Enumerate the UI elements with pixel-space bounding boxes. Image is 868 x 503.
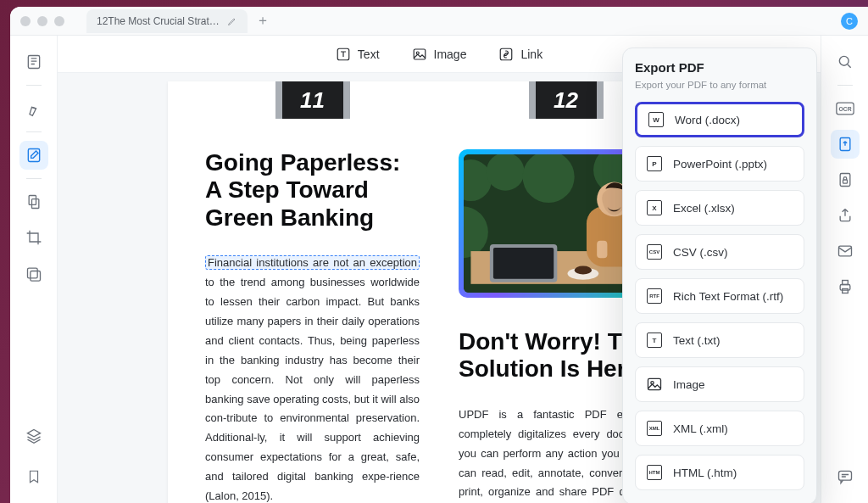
export-option-label: HTML (.htm)	[673, 467, 737, 479]
mail-icon	[837, 243, 854, 260]
body-paragraph[interactable]: Financial institutions are not an except…	[205, 254, 420, 503]
page-column-left: 11 Going Paperless: A Step Toward Green …	[205, 81, 420, 503]
export-option-html[interactable]: HTM HTML (.htm)	[635, 455, 804, 490]
reader-tool[interactable]	[19, 48, 48, 76]
search-button[interactable]	[831, 48, 860, 76]
export-option-powerpoint[interactable]: P PowerPoint (.pptx)	[635, 146, 804, 182]
traffic-lights	[20, 16, 64, 26]
svg-rect-2	[29, 196, 36, 205]
export-option-image[interactable]: Image	[635, 366, 804, 402]
user-avatar[interactable]: C	[841, 13, 858, 30]
add-text-tool[interactable]: Text	[336, 47, 380, 62]
share-button[interactable]	[831, 201, 860, 230]
export-option-word[interactable]: W Word (.docx)	[635, 102, 804, 137]
export-option-xml[interactable]: XML XML (.xml)	[635, 411, 804, 446]
ocr-icon: OCR	[836, 101, 854, 116]
left-tool-rail	[10, 36, 58, 503]
left-rail-bottom	[19, 422, 48, 491]
highlight-tool[interactable]	[19, 94, 48, 123]
edit-tool[interactable]	[19, 141, 48, 170]
new-tab-button[interactable]: ＋	[256, 12, 270, 30]
rail-separator	[26, 178, 42, 179]
csv-icon: CSV	[646, 243, 663, 260]
rail-separator	[837, 85, 853, 86]
lock-document-icon	[837, 171, 854, 188]
image-file-icon	[646, 376, 663, 393]
protect-button[interactable]	[831, 165, 860, 194]
add-link-tool[interactable]: Link	[498, 47, 542, 62]
minimize-window-button[interactable]	[37, 16, 47, 26]
organize-tool[interactable]	[19, 187, 48, 216]
svg-rect-32	[838, 246, 851, 256]
compare-tool[interactable]	[19, 259, 48, 288]
export-option-label: Word (.docx)	[675, 114, 740, 126]
titlebar: 12The Most Crucial Strateg ＋ C	[10, 7, 868, 36]
right-rail-bottom	[831, 462, 860, 491]
maximize-window-button[interactable]	[54, 16, 64, 26]
word-icon: W	[648, 111, 665, 128]
section-heading[interactable]: Going Paperless: A Step Toward Green Ban…	[205, 149, 420, 232]
app-window: 12The Most Crucial Strateg ＋ C	[10, 7, 868, 503]
export-icon	[837, 136, 854, 153]
ocr-button[interactable]: OCR	[831, 94, 860, 123]
export-option-label: CSV (.csv)	[673, 246, 728, 259]
svg-rect-34	[842, 281, 848, 285]
share-icon	[837, 207, 854, 224]
rtf-icon: RTF	[646, 288, 663, 305]
export-panel-subtitle: Export your PDF to any format	[635, 80, 804, 90]
powerpoint-icon: P	[646, 155, 663, 172]
right-tool-rail: OCR	[821, 36, 868, 503]
html-icon: HTM	[646, 464, 663, 481]
email-button[interactable]	[831, 237, 860, 265]
export-option-label: XML (.xml)	[673, 422, 728, 435]
xml-icon: XML	[646, 420, 663, 437]
print-button[interactable]	[831, 272, 860, 301]
export-option-csv[interactable]: CSV CSV (.csv)	[635, 234, 804, 270]
comment-icon	[837, 468, 854, 485]
text-label: Text	[358, 48, 380, 61]
svg-rect-4	[27, 268, 37, 278]
export-option-label: PowerPoint (.pptx)	[673, 158, 767, 170]
section-number: 12	[554, 87, 578, 114]
export-panel-title: Export PDF	[635, 60, 804, 75]
svg-text:OCR: OCR	[838, 106, 851, 112]
svg-rect-9	[501, 48, 513, 60]
svg-rect-31	[843, 180, 847, 183]
image-label: Image	[434, 48, 467, 61]
svg-point-22	[575, 265, 592, 274]
print-icon	[837, 278, 854, 295]
svg-rect-3	[31, 199, 38, 209]
svg-rect-35	[842, 289, 848, 293]
image-icon	[412, 47, 427, 62]
svg-rect-5	[30, 271, 40, 282]
text-file-icon: T	[646, 332, 663, 349]
export-button[interactable]	[831, 130, 860, 159]
document-tab[interactable]: 12The Most Crucial Strateg	[86, 9, 248, 33]
search-icon	[837, 53, 854, 70]
export-option-label: Rich Text Format (.rtf)	[673, 290, 783, 303]
export-option-label: Text (.txt)	[673, 334, 721, 347]
export-option-excel[interactable]: X Excel (.xlsx)	[635, 190, 804, 226]
add-image-tool[interactable]: Image	[412, 47, 467, 62]
export-option-text[interactable]: T Text (.txt)	[635, 322, 804, 358]
layers-button[interactable]	[19, 422, 48, 450]
highlighted-text[interactable]: Financial institutions are not an except…	[205, 255, 420, 270]
comment-panel-button[interactable]	[831, 462, 860, 491]
crop-tool[interactable]	[19, 223, 48, 252]
bookmark-button[interactable]	[19, 462, 48, 491]
pencil-icon	[227, 16, 237, 26]
export-option-label: Image	[673, 378, 705, 391]
export-option-label: Excel (.xlsx)	[673, 202, 735, 215]
close-window-button[interactable]	[20, 16, 31, 26]
section-number: 11	[300, 87, 325, 114]
svg-rect-1	[28, 149, 39, 162]
paragraph-text: to the trend among businesses worldwide …	[205, 276, 420, 502]
export-option-rtf[interactable]: RTF Rich Text Format (.rtf)	[635, 278, 804, 314]
avatar-initial: C	[846, 16, 853, 26]
svg-rect-0	[28, 56, 39, 69]
link-icon	[498, 47, 514, 62]
rail-separator	[26, 131, 42, 132]
link-label: Link	[520, 48, 542, 61]
svg-rect-36	[838, 471, 851, 480]
document-tab-title: 12The Most Crucial Strateg	[97, 15, 220, 27]
